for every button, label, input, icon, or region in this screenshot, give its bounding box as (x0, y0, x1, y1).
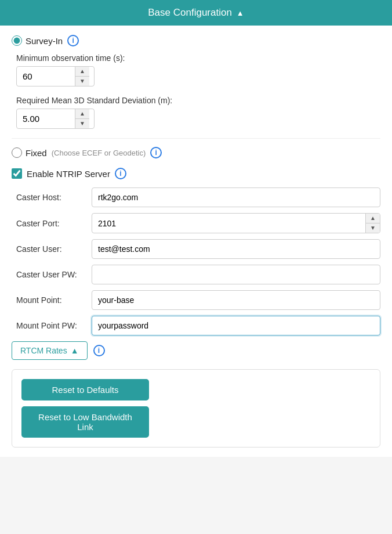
rtcm-rates-label: RTCM Rates (20, 346, 67, 355)
survey-in-radio-label[interactable]: Survey-In (12, 35, 63, 46)
rtcm-section: RTCM Rates ▲ i (12, 341, 380, 360)
rtcm-row: RTCM Rates ▲ i (12, 341, 380, 360)
min-obs-group: Minimum observation time (s): ▲ ▼ (16, 53, 380, 86)
req-mean-label: Required Mean 3D Standard Deviation (m): (16, 96, 380, 105)
ntrip-fields: Caster Host: Caster Port: ▲ ▼ Caster Use… (16, 187, 380, 335)
ntrip-info-icon[interactable]: i (115, 168, 126, 179)
reset-defaults-button[interactable]: Reset to Defaults (21, 379, 149, 400)
caster-port-spinner: ▲ ▼ (92, 213, 380, 233)
page-header: Base Configuration ▲ (0, 0, 392, 26)
caster-port-label: Caster Port: (16, 219, 92, 228)
caster-host-row: Caster Host: (16, 187, 380, 207)
caster-port-input[interactable] (92, 214, 365, 233)
mount-point-label: Mount Point: (16, 295, 92, 305)
caster-user-label: Caster User: (16, 244, 92, 254)
reset-low-bandwidth-button[interactable]: Reset to Low Bandwidth Link (21, 406, 149, 438)
mount-point-input[interactable] (92, 290, 380, 310)
mount-point-pw-input[interactable] (92, 316, 380, 335)
min-obs-label: Minimum observation time (s): (16, 53, 380, 63)
min-obs-down-button[interactable]: ▼ (75, 77, 89, 86)
caster-user-row: Caster User: (16, 239, 380, 259)
survey-in-section: Survey-In i (12, 35, 380, 46)
req-mean-up-button[interactable]: ▲ (75, 109, 89, 119)
fixed-section: Fixed (Choose ECEF or Geodetic) i (12, 147, 380, 158)
fixed-radio[interactable] (12, 147, 22, 158)
req-mean-spinner: ▲ ▼ (16, 109, 95, 129)
caster-host-input[interactable] (92, 187, 380, 207)
req-mean-down-button[interactable]: ▼ (75, 119, 89, 128)
mount-point-pw-label: Mount Point PW: (16, 321, 92, 330)
caster-user-input[interactable] (92, 239, 380, 259)
caster-port-down-button[interactable]: ▼ (366, 223, 380, 233)
rtcm-rates-arrow: ▲ (71, 346, 79, 355)
rtcm-info-icon[interactable]: i (93, 345, 105, 356)
min-obs-spinner: ▲ ▼ (16, 66, 95, 86)
req-mean-input[interactable] (17, 109, 75, 128)
header-arrow: ▲ (237, 9, 244, 17)
mount-point-pw-row: Mount Point PW: (16, 316, 380, 335)
caster-host-label: Caster Host: (16, 193, 92, 202)
action-section: Reset to Defaults Reset to Low Bandwidth… (12, 369, 380, 448)
rtcm-rates-button[interactable]: RTCM Rates ▲ (12, 341, 88, 360)
min-obs-up-button[interactable]: ▲ (75, 67, 89, 77)
header-title: Base Configuration (148, 7, 232, 19)
min-obs-spinner-buttons: ▲ ▼ (75, 67, 89, 86)
caster-user-pw-input[interactable] (92, 265, 380, 284)
ntrip-checkbox-label: Enable NTRIP Server (27, 169, 110, 179)
req-mean-spinner-buttons: ▲ ▼ (75, 109, 89, 128)
survey-in-info-icon[interactable]: i (67, 35, 79, 46)
fixed-info-icon[interactable]: i (150, 147, 162, 158)
fixed-label: Fixed (26, 148, 47, 158)
mount-point-row: Mount Point: (16, 290, 380, 310)
survey-in-label: Survey-In (26, 36, 63, 46)
req-mean-group: Required Mean 3D Standard Deviation (m):… (16, 96, 380, 129)
main-content: Survey-In i Minimum observation time (s)… (0, 26, 392, 457)
fixed-sublabel: (Choose ECEF or Geodetic) (52, 149, 146, 157)
caster-port-row: Caster Port: ▲ ▼ (16, 213, 380, 233)
caster-port-up-button[interactable]: ▲ (366, 214, 380, 223)
caster-user-pw-row: Caster User PW: (16, 265, 380, 284)
caster-port-spinner-buttons: ▲ ▼ (365, 214, 380, 233)
caster-user-pw-label: Caster User PW: (16, 270, 92, 279)
fixed-radio-label[interactable]: Fixed (12, 147, 47, 158)
ntrip-checkbox[interactable] (12, 168, 22, 179)
survey-in-radio[interactable] (12, 35, 22, 46)
divider-1 (12, 138, 380, 139)
ntrip-checkbox-row: Enable NTRIP Server i (12, 168, 380, 179)
min-obs-input[interactable] (17, 67, 75, 86)
